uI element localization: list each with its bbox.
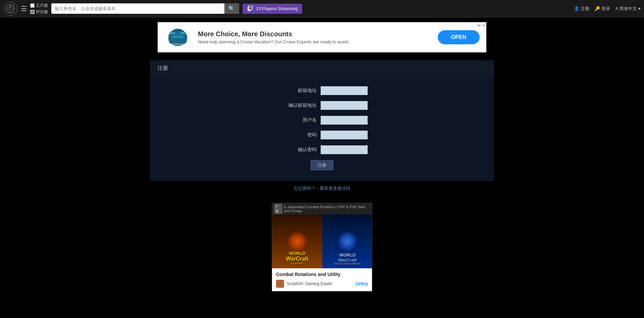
live-server-checkbox[interactable]: 正式服 [30,3,48,8]
search-button[interactable]: 🔍 [224,3,239,14]
confirm-email-label: 确认邮箱地址 [276,102,317,108]
password-label: 密码 [276,132,317,138]
username-label: 用户名 [276,117,317,123]
login-link[interactable]: 🔑 登录 [595,6,610,12]
bottom-ad-area: 广告 ly automated Combat Rotations | PvP &… [107,196,537,298]
wow-bfa-side: WORLD WarCraft BATTLE FOR AZEROTH [322,215,372,268]
register-submit-button[interactable]: 注册 [311,160,333,170]
classic-server-input[interactable] [30,10,35,14]
bottom-ad-open-button[interactable]: OPEN [356,281,368,286]
ad-title: More Choice, More Discounts [198,30,431,38]
header-right-nav: 👤 注册 🔑 登录 A 简体中文 ▾ [574,6,641,12]
password-input[interactable] [321,131,368,139]
bottom-ad-label: 广告 ly automated Combat Rotations | PvP &… [272,203,372,215]
confirm-password-label: 确认密码 [276,147,317,153]
search-icon: 🔍 [228,5,235,12]
confirm-password-input[interactable] [321,145,368,154]
separator: - [317,186,320,191]
menu-icon[interactable]: ☰ [21,5,27,13]
svg-text:iCruise.com: iCruise.com [172,43,183,45]
streaming-label: 13 Players Streaming [256,6,298,11]
register-body: 邮箱地址 确认邮箱地址 用户名 密码 确认密码 注册 [151,76,493,180]
bottom-ad-source: 🎮 ScriptVirt: Gaming Expert OPEN [276,280,368,288]
ad-subtitle: Need help planning a Cruise Vacation? Ou… [198,39,431,44]
site-logo[interactable] [3,2,17,16]
search-wrapper: 🔍 [51,3,239,14]
bottom-ad-title: Combat Rotations and Utility [276,272,368,277]
language-icon: A [615,6,619,11]
username-input[interactable] [321,116,368,125]
source-icon: 🎮 [276,280,284,288]
ad-corner-label: ✕ [476,24,479,27]
search-input[interactable] [51,4,224,13]
resend-activation-link[interactable]: 重新发送激活码 [320,186,350,191]
ad-label-text: ly automated Combat Rotations | PvP & Pv… [284,205,370,213]
live-server-input[interactable] [30,3,35,8]
ad-badge: 广告 [274,204,282,214]
confirm-email-row: 确认邮箱地址 [157,101,487,110]
bottom-ad-source-left: 🎮 ScriptVirt: Gaming Expert [276,280,332,288]
wow-bfa-logo: WORLD WarCraft BATTLE FOR AZEROTH [334,253,361,265]
register-container: 注册 邮箱地址 确认邮箱地址 用户名 密码 确认密码 [150,60,494,181]
register-header: 注册 [151,61,493,76]
confirm-email-input[interactable] [321,101,368,110]
main-content: 注册 邮箱地址 确认邮箱地址 用户名 密码 确认密码 [107,57,537,302]
ad-open-button[interactable]: OPEN [438,30,480,44]
password-row: 密码 [157,131,487,139]
email-input[interactable] [321,86,368,95]
email-label: 邮箱地址 [276,88,317,94]
register-title: 注册 [157,65,168,71]
wow-classic-side: WORLD WarCraft CLASSIC [272,215,322,268]
username-row: 用户名 [157,116,487,125]
login-icon: 🔑 [595,6,600,11]
top-ad-banner: ✕ ✕ ✕ iCruise.com More Choice, More Disc… [158,22,486,52]
confirm-password-row: 确认密码 [157,145,487,154]
bottom-ad-image: WORLD WarCraft CLASSIC WORLD WarCraft BA… [272,215,372,268]
ad-close-button[interactable]: ✕ ✕ [478,24,485,28]
register-link[interactable]: 👤 注册 [574,6,589,12]
source-name: ScriptVirt: Gaming Expert [287,281,332,286]
ad-text: More Choice, More Discounts Need help pl… [198,30,431,44]
register-icon: 👤 [574,6,579,11]
forgot-password-link[interactable]: 忘记密码？ [294,186,316,191]
bottom-ad-info: Combat Rotations and Utility 🎮 ScriptVir… [272,268,372,291]
twitch-icon [247,6,253,12]
email-row: 邮箱地址 [157,86,487,95]
wow-classic-logo: WORLD WarCraft CLASSIC [286,251,309,265]
classic-server-checkbox[interactable]: 怀旧服 [30,9,48,15]
ad-logo: iCruise.com [164,27,191,47]
submit-row: 注册 [157,160,487,170]
main-header: ☰ 正式服 怀旧服 🔍 13 Players Streaming 👤 注册 🔑 … [0,0,644,17]
language-selector[interactable]: A 简体中文 ▾ [615,6,641,12]
bottom-ad: 广告 ly automated Combat Rotations | PvP &… [272,203,372,291]
streaming-button[interactable]: 13 Players Streaming [243,4,302,14]
server-type-checkboxes: 正式服 怀旧服 [30,3,48,15]
forgot-password-row: 忘记密码？ - 重新发送激活码 [107,181,537,196]
